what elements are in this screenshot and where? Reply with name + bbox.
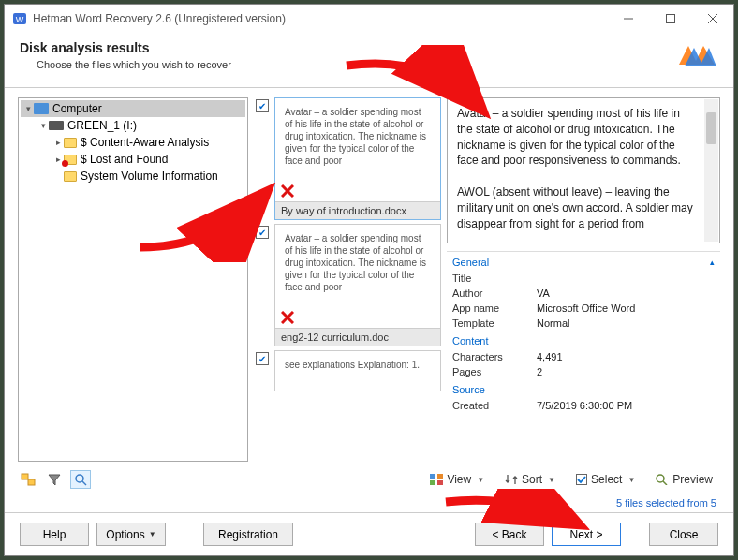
metadata-panel: General ▴ Title AuthorVA App nameMicroso… [447,251,720,415]
tree-node-computer[interactable]: ▾ Computer [21,100,245,117]
tree-node-item[interactable]: ▸ $ Lost and Found [21,151,245,168]
tree-label: $ Content-Aware Analysis [81,136,209,149]
file-thumbnail: Avatar – a soldier spending most of his … [275,225,440,328]
tree-label: GREEN_1 (I:) [67,119,137,132]
app-icon: W [12,11,27,26]
maximize-button[interactable] [649,5,691,33]
file-item[interactable]: Avatar – a soldier spending most of his … [254,224,441,346]
file-checkbox[interactable] [256,99,269,112]
svg-rect-14 [430,474,435,479]
filter-icon[interactable] [44,470,65,489]
deleted-icon [281,311,294,324]
svg-rect-17 [437,480,443,485]
svg-rect-16 [430,480,435,485]
help-button[interactable]: Help [20,523,89,546]
svg-rect-10 [22,474,28,479]
svg-point-19 [657,475,664,482]
selection-status: 5 files selected from 5 [5,497,733,512]
folder-icon [64,138,77,148]
tree-node-item[interactable]: ▸ $ Content-Aware Analysis [21,134,245,151]
file-item[interactable]: Avatar – a soldier spending most of his … [254,97,441,220]
tree-label: System Volume Information [81,169,218,183]
file-thumbnail: see explanations Explanation: 1. [275,351,440,391]
next-button[interactable]: Next > [552,523,621,546]
file-card[interactable]: see explanations Explanation: 1. [274,350,441,391]
svg-rect-11 [28,479,35,485]
file-list: Avatar – a soldier spending most of his … [254,97,441,462]
tree-node-item[interactable]: System Volume Information [21,168,245,184]
minimize-button[interactable] [607,5,649,33]
svg-text:W: W [16,15,24,24]
folder-icon [64,171,77,182]
file-item[interactable]: see explanations Explanation: 1. [254,350,441,391]
chevron-up-icon: ▴ [710,258,715,267]
drive-icon [49,121,64,130]
search-icon[interactable] [70,470,91,489]
svg-line-13 [82,481,86,485]
meta-row: TemplateNormal [447,316,720,331]
chevron-down-icon[interactable]: ▾ [22,104,34,113]
preview-content: Avatar – a soldier spending most of his … [457,106,710,231]
meta-row: App nameMicrosoft Office Word [447,301,720,316]
meta-section-general[interactable]: General ▴ [447,254,720,271]
folder-tree[interactable]: ▾ Computer ▾ GREEN_1 (I:) ▸ $ Content-Aw… [18,97,248,462]
file-name: eng2-12 curriculum.doc [275,328,440,346]
tree-label: Computer [52,102,102,115]
meta-row: Pages2 [447,364,720,379]
close-button[interactable]: Close [649,523,718,546]
icon-button-1[interactable] [18,470,38,489]
meta-section-content[interactable]: Content [447,332,720,349]
svg-rect-15 [437,474,443,479]
file-card[interactable]: Avatar – a soldier spending most of his … [274,97,441,220]
file-card[interactable]: Avatar – a soldier spending most of his … [274,224,441,346]
tree-node-drive[interactable]: ▾ GREEN_1 (I:) [21,117,245,134]
preview-scrollbar[interactable] [704,99,718,242]
window-title: Hetman Word Recovery 2.6 (Unregistered v… [33,12,286,25]
page-title: Disk analysis results [20,40,675,55]
chevron-right-icon[interactable]: ▸ [52,138,64,147]
meta-row: Created7/5/2019 6:30:00 PM [447,398,720,413]
file-checkbox[interactable] [256,226,269,239]
select-menu[interactable]: Select▼ [568,469,642,490]
file-checkbox[interactable] [256,352,269,365]
registration-button[interactable]: Registration [203,523,293,546]
tree-label: $ Lost and Found [81,153,168,166]
brand-logo [675,40,718,78]
meta-row: Title [447,271,720,286]
meta-row: AuthorVA [447,286,720,301]
file-name: By way of introduction.docx [275,201,440,219]
meta-row: Characters4,491 [447,349,720,364]
meta-section-source[interactable]: Source [447,381,720,398]
svg-rect-3 [666,15,674,23]
deleted-icon [281,184,294,198]
back-button[interactable]: < Back [475,523,544,546]
folder-icon [64,155,77,165]
close-window-button[interactable] [691,5,733,33]
svg-point-12 [76,475,83,482]
file-thumbnail: Avatar – a soldier spending most of his … [275,98,440,201]
chevron-down-icon[interactable]: ▾ [37,121,49,130]
sort-menu[interactable]: Sort▼ [497,469,563,490]
svg-line-20 [663,481,667,485]
view-menu[interactable]: View▼ [422,469,492,490]
preview-toggle[interactable]: Preview [648,469,720,490]
preview-pane[interactable]: Avatar – a soldier spending most of his … [447,97,720,243]
page-subtitle: Choose the files which you wish to recov… [37,59,675,70]
computer-icon [34,103,49,114]
options-button[interactable]: Options▼ [96,523,166,546]
